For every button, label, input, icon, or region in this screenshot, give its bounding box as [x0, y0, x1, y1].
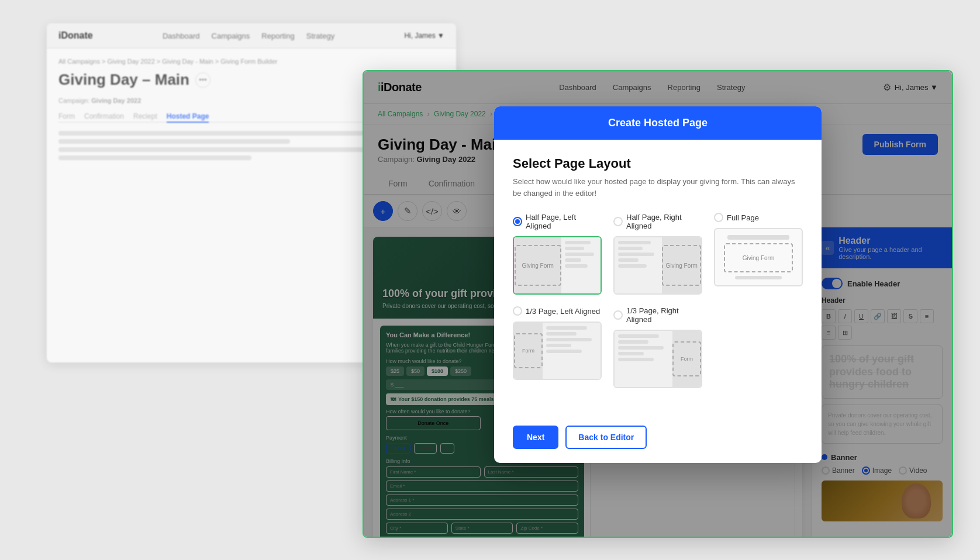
- radio-third-right: [613, 310, 623, 320]
- layout-half-right[interactable]: Half Page, Right Aligned Giv: [613, 213, 702, 295]
- layout-options-row2: 1/3 Page, Left Aligned Form: [513, 306, 803, 388]
- modal-title: Select Page Layout: [513, 156, 803, 171]
- back-to-editor-button[interactable]: Back to Editor: [565, 426, 647, 449]
- layout-preview-full: Giving Form: [714, 228, 803, 286]
- next-button[interactable]: Next: [513, 426, 558, 449]
- radio-third-left: [513, 306, 522, 316]
- modal-subtitle: Select how would like your hosted page t…: [513, 176, 803, 199]
- layout-half-left[interactable]: Half Page, Left Aligned Giving Form: [513, 213, 602, 295]
- radio-full: [714, 213, 723, 222]
- main-window: iiDonate Dashboard Campaigns Reporting S…: [363, 70, 953, 538]
- modal-overlay: Create Hosted Page Select Page Layout Se…: [364, 71, 952, 537]
- modal-body: Select Page Layout Select how would like…: [494, 140, 822, 416]
- bg-brand: iDonate: [58, 30, 93, 41]
- layout-full[interactable]: Full Page Giving Form: [714, 213, 803, 295]
- layout-third-right[interactable]: 1/3 Page, Right Aligned Form: [613, 306, 702, 388]
- layout-preview-third-right: Form: [613, 330, 702, 388]
- layout-preview-half-right: Giving Form: [613, 236, 702, 295]
- layout-preview-half-left: Giving Form: [513, 236, 602, 295]
- create-hosted-page-modal: Create Hosted Page Select Page Layout Se…: [494, 106, 822, 463]
- layout-options-row1: Half Page, Left Aligned Giving Form: [513, 213, 803, 295]
- radio-half-left: [513, 217, 522, 226]
- modal-header: Create Hosted Page: [494, 106, 822, 140]
- layout-preview-third-left: Form: [513, 322, 602, 380]
- layout-third-left[interactable]: 1/3 Page, Left Aligned Form: [513, 306, 602, 388]
- modal-footer: Next Back to Editor: [494, 416, 822, 463]
- radio-half-right: [613, 217, 623, 226]
